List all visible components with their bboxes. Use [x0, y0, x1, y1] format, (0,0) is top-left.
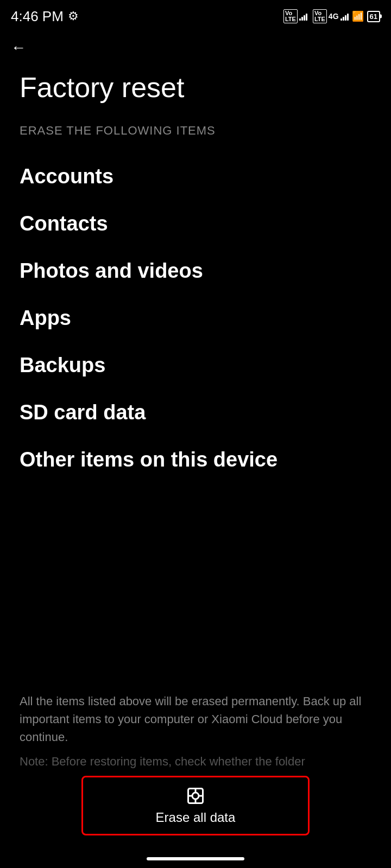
status-icons: VoLTE VoLTE 4G 📶 61: [283, 9, 380, 23]
warning-section: All the items listed above will be erase…: [0, 692, 391, 770]
page-content: Factory reset ERASE THE FOLLOWING ITEMS …: [0, 61, 391, 483]
signal-bar: [345, 15, 346, 21]
battery-icon: 61: [367, 11, 380, 22]
list-item-backups: Backups: [20, 342, 371, 389]
signal-bar: [340, 18, 342, 21]
list-item-contacts: Contacts: [20, 200, 371, 247]
warning-text: All the items listed above will be erase…: [20, 692, 371, 746]
note-text: Note: Before restoring items, check whet…: [20, 752, 371, 770]
gear-icon: ⚙: [68, 9, 79, 23]
status-bar: 4:46 PM ⚙ VoLTE VoLTE 4G 📶: [0, 0, 391, 30]
home-indicator: [147, 857, 244, 860]
list-item-photos: Photos and videos: [20, 247, 371, 295]
signal-bar: [299, 18, 301, 21]
signal-bar: [347, 14, 349, 21]
factory-reset-icon: [186, 786, 205, 806]
list-item-apps: Apps: [20, 295, 371, 342]
volte-badge-1: VoLTE: [283, 9, 298, 23]
nav-back[interactable]: ←: [0, 30, 391, 61]
erase-button-label: Erase all data: [156, 810, 236, 825]
volte-badge-2: VoLTE: [313, 9, 327, 23]
signal-bar: [306, 14, 307, 21]
erase-button-container: Erase all data: [0, 776, 391, 835]
page-title: Factory reset: [20, 72, 371, 104]
signal-bars-1: [299, 12, 307, 21]
list-item-other: Other items on this device: [20, 436, 371, 483]
signal-bar: [301, 17, 303, 21]
signal-group-1: VoLTE: [283, 9, 307, 23]
battery-level: 61: [370, 12, 377, 21]
list-item-accounts: Accounts: [20, 153, 371, 200]
4g-badge: 4G: [329, 12, 339, 21]
back-arrow-icon[interactable]: ←: [11, 39, 26, 56]
section-header: ERASE THE FOLLOWING ITEMS: [20, 124, 371, 138]
signal-bar: [343, 17, 344, 21]
erase-items-list: Accounts Contacts Photos and videos Apps…: [20, 153, 371, 483]
svg-point-1: [192, 793, 199, 799]
signal-bar: [304, 15, 305, 21]
clock: 4:46 PM: [11, 8, 64, 25]
wifi-icon: 📶: [352, 10, 364, 22]
list-item-sdcard: SD card data: [20, 389, 371, 436]
status-time-group: 4:46 PM ⚙: [11, 8, 79, 25]
erase-all-data-button[interactable]: Erase all data: [81, 776, 310, 835]
erase-button-icon: [186, 786, 205, 806]
signal-group-2: VoLTE 4G: [313, 9, 349, 23]
signal-bars-2: [340, 12, 349, 21]
